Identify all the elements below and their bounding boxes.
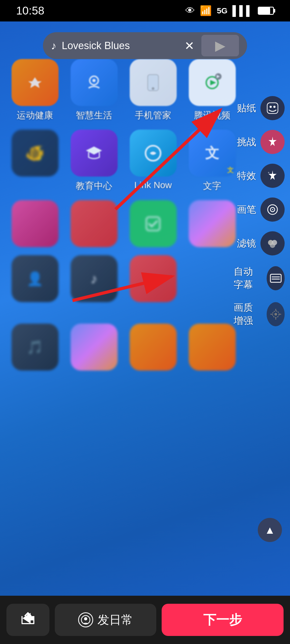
next-button[interactable]: 下一步 [162, 604, 284, 636]
svg-point-1 [92, 79, 96, 82]
chevron-up-icon: ▲ [264, 524, 275, 536]
scroll-up-button[interactable]: ▲ [258, 518, 282, 542]
app-label-education: 教育中心 [76, 180, 112, 192]
signal-bars-icon: ▌▌▌ [232, 5, 253, 16]
share-icon [20, 610, 36, 630]
svg-point-15 [272, 209, 273, 210]
music-thumbnail: ▶ [201, 35, 239, 56]
svg-rect-19 [270, 274, 281, 282]
app-icon-r3-4 [189, 200, 236, 247]
app-item-r3-1[interactable] [8, 200, 62, 247]
app-item-linknow[interactable]: Link Now [126, 130, 180, 192]
panel-icon-quality[interactable] [267, 302, 285, 326]
main-area: 运动健康 智慧生活 手机管家 [0, 21, 290, 617]
app-icon-health [12, 59, 59, 106]
app-label-tencent-video: 腾讯视频 [194, 109, 230, 122]
music-note-icon: ♪ [51, 40, 56, 52]
svg-point-34 [84, 617, 87, 620]
app-item-r5-1[interactable]: 🎵 [8, 324, 62, 371]
panel-icon-sticker[interactable] [260, 96, 285, 120]
panel-item-challenge[interactable]: 挑战 [231, 125, 290, 159]
panel-item-brush[interactable]: 画笔 [231, 193, 290, 226]
svg-point-11 [273, 106, 276, 108]
panel-label-subtitle: 自动字幕 [234, 265, 262, 291]
battery-icon [258, 7, 274, 15]
app-label-linknow: Link Now [134, 180, 172, 190]
app-label-text: 文字 [203, 180, 221, 192]
app-item-game[interactable]: 🐠 [8, 130, 62, 192]
app-item-phone-manager[interactable]: 手机管家 [126, 59, 180, 122]
panel-label-sticker: 贴纸 [237, 102, 256, 115]
panel-label-brush: 画笔 [237, 203, 256, 216]
app-icon-r4-3 [130, 255, 177, 302]
app-label-health: 运动健康 [17, 109, 53, 122]
wifi-icon: 📶 [200, 5, 212, 16]
panel-item-quality[interactable]: 画质增强 [231, 296, 290, 332]
panel-icon-subtitle[interactable] [267, 266, 285, 290]
svg-point-23 [274, 313, 277, 316]
app-icon-linknow [130, 130, 177, 177]
eye-icon: 👁 [185, 5, 195, 16]
panel-item-subtitle[interactable]: 自动字幕 [231, 260, 290, 296]
panel-icon-brush[interactable] [260, 197, 285, 222]
panel-item-effects[interactable]: 特效 [231, 159, 290, 193]
app-icon-text: 文 文 [189, 130, 236, 177]
panel-item-sticker[interactable]: 贴纸 [231, 91, 290, 125]
next-label: 下一步 [203, 611, 242, 628]
panel-icon-effects[interactable] [260, 164, 285, 188]
panel-label-quality: 画质增强 [234, 301, 262, 327]
app-item-education[interactable]: 教育中心 [67, 130, 121, 192]
app-item-health[interactable]: 运动健康 [8, 59, 62, 122]
signal-5g-icon: 5G [217, 6, 227, 15]
panel-label-filter: 滤镜 [237, 237, 256, 250]
panel-icon-challenge[interactable] [260, 130, 285, 154]
app-item-r3-3[interactable] [126, 200, 180, 247]
app-item-r5-3[interactable] [126, 324, 180, 371]
music-close-button[interactable]: ✕ [183, 39, 196, 53]
app-item-r4-2[interactable]: ♪ [67, 255, 121, 302]
app-icon-education [71, 130, 118, 177]
svg-rect-12 [267, 103, 278, 114]
app-label-smart-life: 智慧生活 [76, 109, 112, 122]
app-item-r4-3[interactable] [126, 255, 180, 302]
app-item-r5-2[interactable] [67, 324, 121, 371]
app-item-r4-1[interactable]: 👤 [8, 255, 62, 302]
app-icon-game: 🐠 [12, 130, 59, 177]
daily-label: 发日常 [97, 612, 133, 628]
app-icon-smart-life [71, 59, 118, 106]
app-icon-r3-2 [71, 200, 118, 247]
app-icon-r4-2: ♪ [71, 255, 118, 302]
panel-label-challenge: 挑战 [237, 136, 256, 149]
share-button[interactable] [6, 604, 49, 636]
app-icon-phone-manager [130, 59, 177, 106]
app-icon-r4-1: 👤 [12, 255, 59, 302]
app-icon-r5-1: 🎵 [12, 324, 59, 371]
app-label-phone-manager: 手机管家 [135, 109, 171, 122]
svg-point-3 [152, 87, 154, 90]
panel-item-filter[interactable]: 滤镜 [231, 226, 290, 260]
daily-icon [78, 612, 93, 627]
right-panel: 贴纸 挑战 特效 [231, 91, 290, 332]
app-icon-tencent-video [189, 59, 236, 106]
music-notification-bar[interactable]: ♪ Lovesick Blues ✕ ▶ [43, 32, 247, 59]
panel-label-effects: 特效 [237, 169, 256, 182]
app-icon-r3-1 [12, 200, 59, 247]
music-play-icon: ▶ [215, 38, 225, 53]
svg-point-10 [270, 106, 272, 108]
bottom-bar: 发日常 下一步 [0, 596, 290, 644]
status-bar: 10:58 👁 📶 5G ▌▌▌ [0, 0, 290, 21]
status-time: 10:58 [16, 4, 44, 17]
svg-point-18 [270, 243, 275, 248]
app-icon-r5-4 [189, 324, 236, 371]
music-title: Lovesick Blues [62, 40, 183, 52]
app-item-smart-life[interactable]: 智慧生活 [67, 59, 121, 122]
daily-button[interactable]: 发日常 [55, 604, 156, 636]
app-icon-r5-3 [130, 324, 177, 371]
panel-icon-filter[interactable] [260, 231, 285, 255]
app-icon-r3-3 [130, 200, 177, 247]
status-icons: 👁 📶 5G ▌▌▌ [185, 5, 274, 16]
app-icon-r5-2 [71, 324, 118, 371]
svg-marker-5 [210, 80, 216, 85]
app-item-r3-2[interactable] [67, 200, 121, 247]
